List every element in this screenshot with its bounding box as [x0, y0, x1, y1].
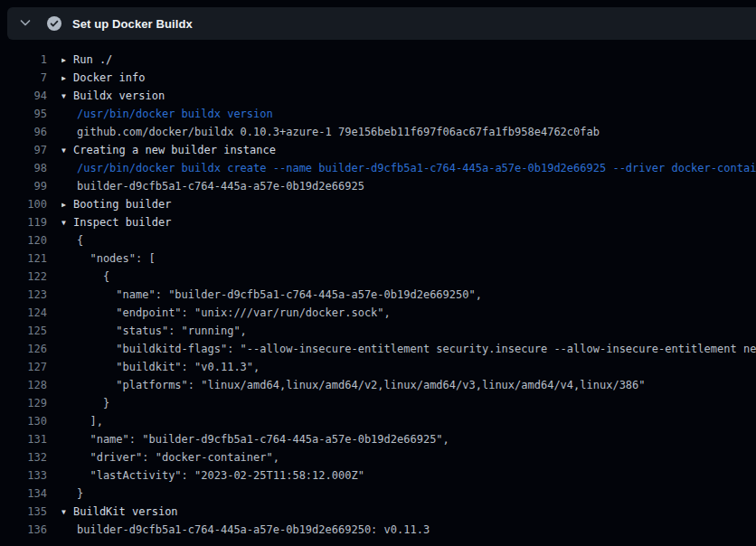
group-content: ▶Docker info	[61, 69, 756, 87]
log-line: 128 "platforms": "linux/amd64,linux/amd6…	[0, 376, 756, 394]
log-line: 122 {	[0, 268, 756, 286]
log-line: 121 "nodes": [	[0, 249, 756, 268]
output-text: "platforms": "linux/amd64,linux/amd64/v2…	[61, 376, 756, 394]
check-circle-icon	[47, 16, 61, 31]
group-label: Docker info	[73, 71, 145, 84]
output-text: "endpoint": "unix:///var/run/docker.sock…	[61, 304, 756, 322]
group-label: Run ./	[73, 53, 112, 66]
triangle-collapsed-icon: ▶	[61, 70, 71, 87]
line-number[interactable]: 127	[0, 358, 47, 376]
output-text: "nodes": [	[61, 249, 756, 268]
log-line: 124 "endpoint": "unix:///var/run/docker.…	[0, 304, 756, 322]
output-text: "name": "builder-d9cfb5a1-c764-445a-a57e…	[61, 286, 756, 304]
group-label: Creating a new builder instance	[73, 144, 276, 156]
log-group-row[interactable]: 135▼BuildKit version	[0, 503, 756, 521]
line-number[interactable]: 126	[0, 340, 47, 358]
chevron-down-icon	[18, 15, 33, 33]
group-label: Buildx version	[73, 89, 165, 102]
line-number[interactable]: 130	[0, 412, 47, 430]
line-number[interactable]: 132	[0, 448, 47, 466]
group-content: ▶Run ./	[61, 51, 756, 69]
line-number[interactable]: 135	[0, 503, 47, 521]
log-group-row[interactable]: 97▼Creating a new builder instance	[0, 141, 756, 159]
line-number[interactable]: 131	[0, 430, 47, 448]
log-output: 1▶Run ./7▶Docker info94▼Buildx version95…	[0, 40, 756, 539]
output-text: }	[61, 485, 756, 503]
output-text: github.com/docker/buildx 0.10.3+azure-1 …	[61, 123, 756, 141]
line-number[interactable]: 125	[0, 322, 47, 340]
group-content: ▼Buildx version	[61, 87, 756, 105]
log-line: 133 "lastActivity": "2023-02-25T11:58:12…	[0, 466, 756, 485]
command-text: /usr/bin/docker buildx create --name bui…	[61, 159, 756, 177]
line-number[interactable]: 94	[0, 87, 47, 105]
output-text: "driver": "docker-container",	[61, 448, 756, 466]
output-text: "buildkitd-flags": "--allow-insecure-ent…	[61, 340, 756, 358]
triangle-collapsed-icon: ▶	[61, 196, 71, 213]
line-number[interactable]: 98	[0, 159, 47, 177]
line-number[interactable]: 123	[0, 286, 47, 304]
line-number[interactable]: 136	[0, 521, 47, 539]
group-content: ▶Booting builder	[61, 195, 756, 213]
line-number[interactable]: 1	[0, 51, 47, 69]
group-content: ▼BuildKit version	[61, 503, 756, 521]
triangle-expanded-icon: ▼	[61, 504, 71, 521]
log-group-row[interactable]: 1▶Run ./	[0, 51, 756, 69]
line-number[interactable]: 97	[0, 141, 47, 159]
log-line: 125 "status": "running",	[0, 322, 756, 340]
log-line: 134}	[0, 485, 756, 503]
output-text: ],	[61, 412, 756, 430]
log-group-row[interactable]: 94▼Buildx version	[0, 87, 756, 105]
log-line: 132 "driver": "docker-container",	[0, 448, 756, 466]
line-number[interactable]: 124	[0, 304, 47, 322]
output-text: "status": "running",	[61, 322, 756, 340]
step-header[interactable]: Set up Docker Buildx	[7, 7, 756, 40]
line-number[interactable]: 7	[0, 69, 47, 87]
log-line: 131 "name": "builder-d9cfb5a1-c764-445a-…	[0, 430, 756, 448]
line-number[interactable]: 128	[0, 376, 47, 394]
output-text: "lastActivity": "2023-02-25T11:58:12.000…	[61, 466, 756, 485]
line-number[interactable]: 121	[0, 249, 47, 268]
output-text: builder-d9cfb5a1-c764-445a-a57e-0b19d2e6…	[61, 177, 756, 195]
output-text: "name": "builder-d9cfb5a1-c764-445a-a57e…	[61, 430, 756, 448]
log-group-row[interactable]: 119▼Inspect builder	[0, 213, 756, 231]
line-number[interactable]: 134	[0, 485, 47, 503]
command-text: /usr/bin/docker buildx version	[61, 105, 756, 123]
triangle-collapsed-icon: ▶	[61, 52, 71, 69]
log-line: 95/usr/bin/docker buildx version	[0, 105, 756, 123]
group-label: Inspect builder	[73, 216, 171, 229]
log-line: 96github.com/docker/buildx 0.10.3+azure-…	[0, 123, 756, 141]
triangle-expanded-icon: ▼	[61, 142, 71, 159]
line-number[interactable]: 100	[0, 195, 47, 213]
line-number[interactable]: 95	[0, 105, 47, 123]
group-label: BuildKit version	[73, 505, 178, 518]
line-number[interactable]: 119	[0, 213, 47, 231]
log-line: 136builder-d9cfb5a1-c764-445a-a57e-0b19d…	[0, 521, 756, 539]
line-number[interactable]: 122	[0, 268, 47, 286]
line-number[interactable]: 96	[0, 123, 47, 141]
group-content: ▼Creating a new builder instance	[61, 141, 756, 159]
output-text: "buildkit": "v0.11.3",	[61, 358, 756, 376]
log-line: 123 "name": "builder-d9cfb5a1-c764-445a-…	[0, 286, 756, 304]
group-label: Booting builder	[73, 198, 171, 211]
log-line: 120{	[0, 231, 756, 249]
log-line: 129 }	[0, 394, 756, 412]
group-content: ▼Inspect builder	[61, 213, 756, 231]
output-text: builder-d9cfb5a1-c764-445a-a57e-0b19d2e6…	[61, 521, 756, 539]
log-line: 98/usr/bin/docker buildx create --name b…	[0, 159, 756, 177]
line-number[interactable]: 129	[0, 394, 47, 412]
triangle-expanded-icon: ▼	[61, 88, 71, 105]
step-title: Set up Docker Buildx	[72, 17, 193, 31]
log-group-row[interactable]: 7▶Docker info	[0, 69, 756, 87]
log-line: 126 "buildkitd-flags": "--allow-insecure…	[0, 340, 756, 358]
collapse-step-button[interactable]	[13, 11, 38, 36]
log-group-row[interactable]: 100▶Booting builder	[0, 195, 756, 213]
log-line: 130 ],	[0, 412, 756, 430]
log-line: 127 "buildkit": "v0.11.3",	[0, 358, 756, 376]
output-text: }	[61, 394, 756, 412]
line-number[interactable]: 133	[0, 466, 47, 485]
line-number[interactable]: 120	[0, 231, 47, 249]
output-text: {	[61, 268, 756, 286]
triangle-expanded-icon: ▼	[61, 214, 71, 231]
line-number[interactable]: 99	[0, 177, 47, 195]
output-text: {	[61, 231, 756, 249]
